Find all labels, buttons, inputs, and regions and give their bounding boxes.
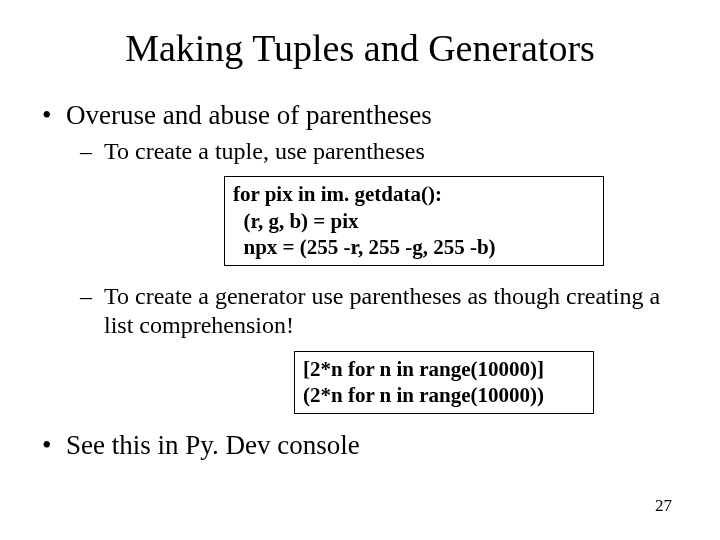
- bullet-1-sub-2: To create a generator use parentheses as…: [80, 282, 680, 414]
- bullet-1-sublist: To create a tuple, use parentheses for p…: [80, 137, 680, 414]
- bullet-1: Overuse and abuse of parentheses To crea…: [40, 100, 680, 414]
- bullet-2: See this in Py. Dev console: [40, 430, 680, 461]
- slide-title: Making Tuples and Generators: [40, 26, 680, 70]
- bullet-1-sub-2-text: To create a generator use parentheses as…: [104, 283, 660, 338]
- slide: Making Tuples and Generators Overuse and…: [0, 0, 720, 540]
- bullet-2-text: See this in Py. Dev console: [66, 430, 360, 460]
- bullet-1-sub-1-text: To create a tuple, use parentheses: [104, 138, 425, 164]
- code-block-tuple: for pix in im. getdata(): (r, g, b) = pi…: [224, 176, 604, 266]
- bullet-1-text: Overuse and abuse of parentheses: [66, 100, 432, 130]
- bullet-1-sub-1: To create a tuple, use parentheses for p…: [80, 137, 680, 266]
- bullet-list: Overuse and abuse of parentheses To crea…: [40, 100, 680, 461]
- page-number: 27: [655, 496, 672, 516]
- code-block-generator: [2*n for n in range(10000)] (2*n for n i…: [294, 351, 594, 415]
